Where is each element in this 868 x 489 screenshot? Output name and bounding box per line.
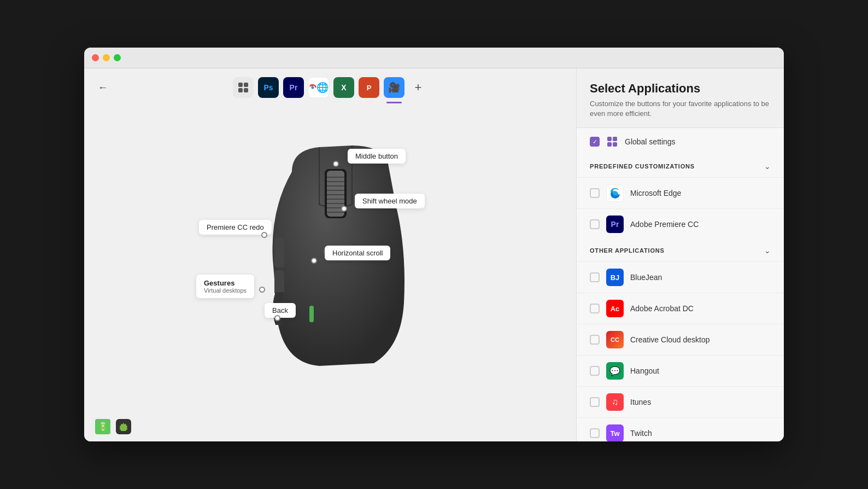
cc-icon-text: CC	[611, 336, 619, 343]
cc-name: Creative Cloud desktop	[630, 335, 710, 344]
edge-checkbox[interactable]	[590, 188, 600, 198]
app-icon-global[interactable]	[233, 77, 254, 98]
itunes-checkbox[interactable]	[590, 397, 600, 407]
app-row-hangout[interactable]: 💬 Hangout	[577, 355, 784, 386]
panel-title: Select Applications	[590, 82, 771, 96]
twitch-icon-text: Tw	[610, 429, 619, 438]
gestures-tooltip: Gestures Virtual desktops	[196, 275, 254, 298]
premiere-checkbox[interactable]	[590, 219, 600, 229]
app-icon-premiere[interactable]: Pr	[283, 77, 304, 98]
svg-rect-23	[613, 137, 617, 141]
right-scroll-area[interactable]: Global settings PREDEFINED CUSTOMIZATION…	[577, 128, 784, 441]
edge-name: Microsoft Edge	[630, 189, 681, 197]
acrobat-icon: Ac	[606, 300, 624, 317]
edge-svg	[609, 187, 621, 199]
bluejean-icon: BJ	[606, 269, 624, 286]
add-app-button[interactable]: +	[409, 78, 427, 97]
horizontal-scroll-tooltip: Horizontal scroll	[325, 246, 390, 260]
main-content: ← Ps	[84, 68, 784, 441]
itunes-icon-text: ♫	[612, 397, 618, 407]
other-chevron-icon: ⌄	[764, 246, 771, 255]
predefined-section-title: PREDEFINED CUSTOMIZATIONS	[590, 163, 695, 170]
app-icon-powerpoint[interactable]: P	[359, 77, 379, 98]
app-window: ← Ps	[84, 48, 784, 441]
right-header: Select Applications Customize the button…	[577, 68, 784, 128]
svg-rect-19	[274, 270, 284, 295]
svg-rect-2	[238, 88, 243, 92]
traffic-lights	[92, 54, 121, 61]
premiere-icon-text: Pr	[611, 220, 619, 229]
toolbar: ← Ps	[84, 68, 576, 107]
twitch-name: Twitch	[630, 429, 652, 438]
minimize-button[interactable]	[103, 54, 110, 61]
battery-icon: 🔋	[95, 419, 110, 434]
app-row-premiere[interactable]: Pr Adobe Premiere CC	[577, 208, 784, 240]
itunes-name: Itunes	[630, 398, 651, 406]
cc-icon: CC	[606, 331, 624, 348]
app-row-itunes[interactable]: ♫ Itunes	[577, 386, 784, 417]
back-tooltip: Back	[265, 303, 296, 318]
svg-rect-0	[238, 83, 243, 87]
close-button[interactable]	[92, 54, 99, 61]
edge-icon	[606, 184, 624, 202]
svg-rect-25	[613, 142, 617, 147]
app-row-creative-cloud[interactable]: CC Creative Cloud desktop	[577, 324, 784, 355]
app-icon-zoom[interactable]: 🎥	[384, 77, 404, 98]
global-grid-icon	[606, 136, 618, 148]
bluejean-name: BlueJean	[630, 273, 662, 282]
global-settings-label: Global settings	[625, 137, 676, 146]
other-section-title: OTHER APPLICATIONS	[590, 247, 665, 254]
svg-rect-3	[244, 88, 248, 92]
acrobat-checkbox[interactable]	[590, 304, 600, 313]
bottom-bar: 🔋	[84, 412, 576, 441]
hangout-icon: 💬	[606, 362, 624, 380]
app-row-bluejean[interactable]: BJ BlueJean	[577, 261, 784, 293]
right-panel: Select Applications Customize the button…	[576, 68, 784, 441]
predefined-chevron-icon: ⌄	[764, 162, 771, 171]
middle-button-tooltip: Middle button	[348, 149, 406, 164]
premiere-name: Adobe Premiere CC	[630, 220, 699, 229]
hangout-icon-text: 💬	[609, 366, 620, 376]
premiere-icon: Pr	[606, 216, 624, 233]
bluejean-icon-text: BJ	[611, 273, 620, 282]
twitch-checkbox[interactable]	[590, 428, 600, 438]
app-icon-photoshop[interactable]: Ps	[258, 77, 279, 98]
premiere-redo-dot	[261, 232, 267, 238]
title-bar	[84, 48, 784, 68]
predefined-section-header[interactable]: PREDEFINED CUSTOMIZATIONS ⌄	[577, 155, 784, 177]
middle-button-dot	[333, 161, 339, 167]
hangout-name: Hangout	[630, 366, 659, 375]
gestures-dot	[259, 287, 265, 293]
app-row-twitch[interactable]: Tw Twitch	[577, 417, 784, 441]
app-settings-icon[interactable]	[116, 419, 131, 434]
shift-wheel-mode-tooltip: Shift wheel mode	[355, 194, 425, 208]
svg-rect-22	[607, 137, 612, 141]
back-dot	[274, 315, 280, 321]
shift-wheel-dot	[341, 206, 347, 212]
bluejean-checkbox[interactable]	[590, 272, 600, 282]
back-button[interactable]: ←	[95, 79, 110, 96]
acrobat-name: Adobe Acrobat DC	[630, 304, 694, 313]
itunes-icon: ♫	[606, 393, 624, 411]
twitch-icon: Tw	[606, 424, 624, 441]
hangout-checkbox[interactable]	[590, 366, 600, 376]
app-row-acrobat[interactable]: Ac Adobe Acrobat DC	[577, 293, 784, 324]
global-settings-row[interactable]: Global settings	[577, 128, 784, 155]
maximize-button[interactable]	[114, 54, 121, 61]
acrobat-icon-text: Ac	[611, 305, 620, 313]
svg-rect-24	[607, 142, 612, 147]
app-icon-excel[interactable]: X	[333, 77, 354, 98]
svg-point-4	[311, 86, 314, 89]
horizontal-scroll-dot	[311, 258, 317, 264]
app-row-edge[interactable]: Microsoft Edge	[577, 177, 784, 208]
svg-rect-1	[244, 83, 248, 87]
other-section-header[interactable]: OTHER APPLICATIONS ⌄	[577, 240, 784, 261]
left-panel: ← Ps	[84, 68, 576, 441]
cc-checkbox[interactable]	[590, 335, 600, 345]
svg-rect-20	[309, 306, 314, 322]
app-icons-bar: Ps Pr	[233, 77, 427, 98]
svg-rect-18	[274, 237, 284, 267]
app-icon-chrome[interactable]: 🌐	[308, 77, 329, 98]
premiere-redo-tooltip: Premiere CC redo	[199, 220, 272, 235]
global-settings-checkbox[interactable]	[590, 137, 600, 147]
